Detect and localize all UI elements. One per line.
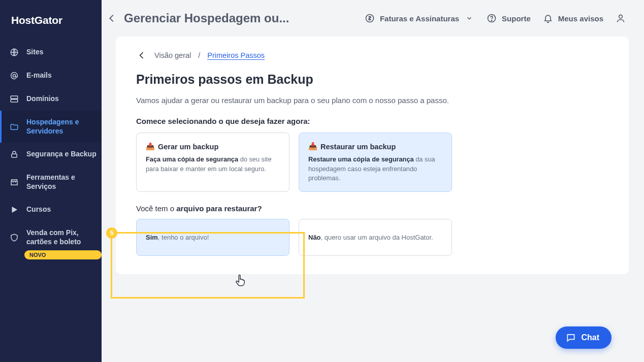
sidebar-item-label: Hospedagens e Servidores xyxy=(26,118,96,136)
folder-icon xyxy=(9,122,19,131)
sidebar-item-label: Sites xyxy=(26,48,96,57)
svg-point-1 xyxy=(13,74,15,77)
answer-yes-bold: Sim xyxy=(146,234,158,241)
answer-no-rest: , quero usar um arquivo da HostGator. xyxy=(321,234,433,241)
restore-question: Você tem o arquivo para restaurar? xyxy=(136,204,608,213)
answer-yes[interactable]: Sim, tenho o arquivo! xyxy=(136,219,289,256)
logo: HostGator xyxy=(0,9,102,41)
sidebar-item-security[interactable]: Segurança e Backup xyxy=(0,143,102,166)
bell-icon xyxy=(543,13,553,23)
server-icon xyxy=(9,94,19,104)
option-desc-bold: Faça uma cópia de segurança xyxy=(146,155,238,163)
svg-rect-2 xyxy=(11,96,18,98)
chat-label: Chat xyxy=(581,333,599,342)
option-generate-backup[interactable]: 📤 Gerar um backup Faça uma cópia de segu… xyxy=(136,133,289,192)
topbar-support-label: Suporte xyxy=(502,14,531,23)
svg-point-7 xyxy=(491,20,492,21)
help-icon xyxy=(487,13,497,23)
page-subtitle: Vamos ajudar a gerar ou restaurar um bac… xyxy=(136,96,608,105)
shield-icon xyxy=(9,233,19,242)
lock-icon xyxy=(9,150,19,159)
page-header-title: Gerenciar Hospedagem ou... xyxy=(124,11,289,25)
topbar-support[interactable]: Suporte xyxy=(487,13,531,23)
answer-no[interactable]: Não, quero usar um arquivo da HostGator. xyxy=(299,219,452,256)
sidebar-item-courses[interactable]: Cursos xyxy=(0,198,102,221)
svg-rect-3 xyxy=(11,100,18,102)
sidebar-item-tools[interactable]: Ferramentas e Serviços xyxy=(0,166,102,198)
option-title: Gerar um backup xyxy=(158,143,218,151)
sidebar-item-domains[interactable]: Domínios xyxy=(0,87,102,111)
sidebar-item-hosting[interactable]: Hospedagens e Servidores xyxy=(0,111,102,143)
sidebar-item-label: Domínios xyxy=(26,94,96,104)
chat-icon xyxy=(566,333,576,343)
breadcrumb-root[interactable]: Visão geral xyxy=(154,51,191,59)
chevron-down-icon xyxy=(464,13,474,23)
new-badge: NOVO xyxy=(24,250,102,259)
back-arrow-button[interactable] xyxy=(106,12,118,24)
topbar-account[interactable] xyxy=(616,13,626,23)
sidebar-item-label: Cursos xyxy=(26,205,96,214)
sidebar-item-emails[interactable]: E-mails xyxy=(0,64,102,87)
chat-button[interactable]: Chat xyxy=(556,326,611,349)
download-icon: 📥 xyxy=(308,142,317,151)
answer-no-bold: Não xyxy=(308,234,321,241)
sidebar-item-sites[interactable]: Sites xyxy=(0,41,102,64)
answer-yes-rest: , tenho o arquivo! xyxy=(158,234,209,241)
topbar-billing[interactable]: Faturas e Assinaturas xyxy=(365,13,474,23)
topbar-notices[interactable]: Meus avisos xyxy=(543,13,603,23)
sidebar-item-label: E-mails xyxy=(26,71,96,80)
upload-icon: 📤 xyxy=(146,142,155,151)
topbar-billing-label: Faturas e Assinaturas xyxy=(380,14,459,23)
option-restore-backup[interactable]: 📥 Restaurar um backup Restaure uma cópia… xyxy=(299,133,452,192)
svg-point-8 xyxy=(619,15,623,18)
sidebar-item-label: Ferramentas e Serviços xyxy=(26,173,96,191)
page-title: Primeiros passos em Backup xyxy=(136,72,608,87)
globe-icon xyxy=(9,48,19,57)
option-title: Restaurar um backup xyxy=(320,143,396,151)
breadcrumb-current[interactable]: Primeiros Passos xyxy=(207,51,265,60)
breadcrumb: Visão geral / Primeiros Passos xyxy=(136,50,608,61)
content-card: Visão geral / Primeiros Passos Primeiros… xyxy=(116,37,629,274)
sidebar-item-label: Segurança e Backup xyxy=(26,150,96,159)
at-icon xyxy=(9,71,19,80)
store-icon xyxy=(9,178,19,187)
sidebar-item-sell[interactable]: Venda com Pix, cartões e boleto xyxy=(0,221,102,248)
breadcrumb-sep: / xyxy=(198,51,200,59)
option-desc-bold: Restaure uma cópia de segurança xyxy=(308,155,414,163)
topbar-notices-label: Meus avisos xyxy=(558,14,603,23)
sidebar-item-label: Venda com Pix, cartões e boleto xyxy=(26,228,96,246)
section-heading: Comece selecionando o que deseja fazer a… xyxy=(136,117,608,125)
dollar-icon xyxy=(365,13,375,23)
sidebar: HostGator Sites E-mails Domínios Hospeda… xyxy=(0,0,102,362)
breadcrumb-back-button[interactable] xyxy=(136,50,147,61)
user-icon xyxy=(616,13,626,23)
topbar: Gerenciar Hospedagem ou... Faturas e Ass… xyxy=(102,0,644,37)
play-icon xyxy=(9,205,19,214)
svg-rect-4 xyxy=(12,154,17,157)
